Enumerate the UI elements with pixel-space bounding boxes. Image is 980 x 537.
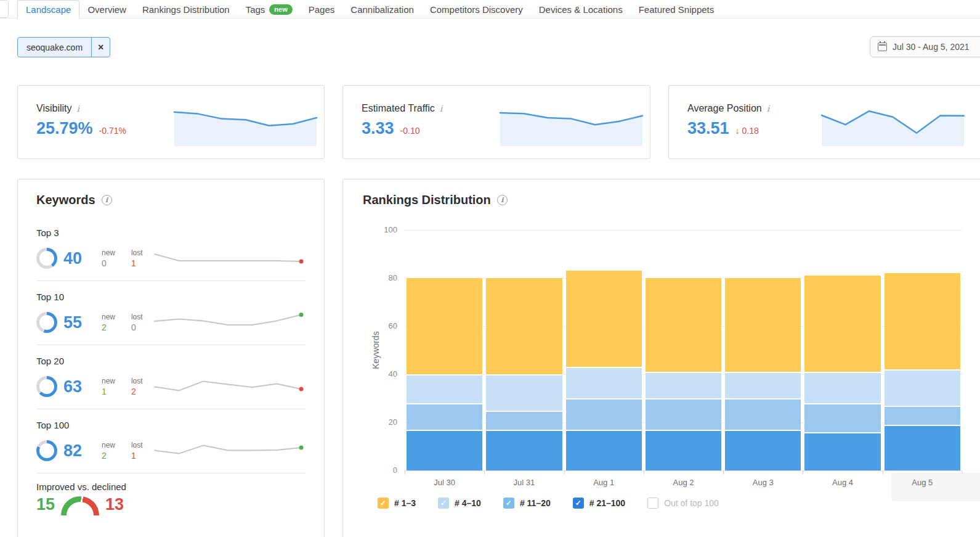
legend-label-11-20: # 11–20	[520, 498, 551, 508]
legend-checkbox-1-3[interactable]	[378, 498, 389, 509]
legend-item-1-3[interactable]: # 1–3	[378, 498, 416, 509]
date-range-picker[interactable]: Jul 30 - Aug 5, 2021	[870, 36, 980, 57]
y-tick-label-0: 0	[366, 465, 397, 475]
keywords-row-top100: Top 100 82 new2 lost1	[36, 412, 306, 473]
bar-jul31-segment-4–10[interactable]	[486, 374, 562, 411]
lost-label: lost	[131, 313, 152, 321]
top10-label: Top 10	[36, 292, 64, 302]
tab-featured-snippets[interactable]: Featured Snippets	[631, 1, 723, 19]
bar-jul30-segment-21–100[interactable]	[407, 430, 482, 470]
rankings-distribution-panel: Rankings Distribution i Keywords 0204060…	[342, 179, 980, 537]
bar-aug4-segment-1–3[interactable]	[804, 276, 880, 372]
legend-checkbox-21-100[interactable]	[573, 498, 584, 509]
legend-item-4-10[interactable]: # 4–10	[438, 498, 481, 509]
top100-donut-chart	[36, 440, 57, 461]
x-axis-tick	[484, 471, 485, 474]
rankings-plot: Keywords 020406080100Jul 30Jul 31Aug 1Au…	[405, 230, 962, 470]
bar-aug5-segment-11–20[interactable]	[885, 406, 960, 425]
average-position-value: 33.51	[687, 119, 729, 138]
average-position-title: Average Positioni	[687, 103, 769, 114]
bar-aug4-segment-4–10[interactable]	[804, 372, 880, 403]
x-axis-tick	[644, 471, 644, 474]
info-icon[interactable]: i	[102, 195, 112, 205]
bar-aug4-segment-11–20[interactable]	[804, 403, 880, 432]
average-position-title-label: Average Position	[687, 103, 762, 114]
x-axis-label-aug4: Aug 4	[803, 478, 882, 487]
top20-new-count: 1	[102, 387, 123, 396]
bar-aug3-segment-21–100[interactable]	[725, 430, 801, 470]
tab-tags[interactable]: Tagsnew	[238, 1, 301, 19]
top10-value: 55	[63, 313, 93, 332]
bar-aug2-segment-4–10[interactable]	[646, 372, 721, 398]
domain-filter-chip[interactable]: seoquake.com ×	[17, 37, 110, 57]
info-icon[interactable]: i	[440, 104, 442, 113]
bar-jul30-segment-11–20[interactable]	[407, 403, 482, 430]
info-icon[interactable]: i	[497, 195, 508, 205]
bar-jul31-segment-11–20[interactable]	[486, 411, 562, 430]
calendar-icon	[878, 43, 887, 51]
bar-aug1-segment-1–3[interactable]	[566, 271, 642, 367]
y-tick-label-20: 20	[366, 417, 397, 427]
improved-count: 15	[36, 495, 55, 514]
bar-aug1-segment-4–10[interactable]	[566, 367, 642, 398]
close-icon[interactable]: ×	[91, 38, 110, 57]
legend-checkbox-4-10[interactable]	[438, 498, 449, 509]
top20-lost-count: 2	[131, 387, 152, 396]
legend-item-21-100[interactable]: # 21–100	[573, 498, 625, 509]
y-tick-label-60: 60	[366, 321, 397, 330]
top3-value: 40	[63, 249, 93, 268]
lost-label: lost	[131, 248, 152, 257]
tab-pages[interactable]: Pages	[301, 1, 343, 19]
new-badge: new	[269, 4, 292, 15]
bar-aug3-segment-1–3[interactable]	[725, 278, 801, 372]
bar-aug5-segment-21–100[interactable]	[885, 425, 960, 470]
tab-rankings-distribution-label: Rankings Distribution	[142, 4, 230, 15]
tab-cannibalization-label: Cannibalization	[350, 4, 414, 15]
legend-checkbox-out-of-top-100[interactable]	[647, 498, 658, 509]
estimated-traffic-title-label: Estimated Traffic	[362, 103, 435, 114]
lost-label: lost	[131, 377, 152, 385]
rankings-title-label: Rankings Distribution	[363, 193, 491, 207]
rankings-distribution-title: Rankings Distribution i	[363, 193, 508, 207]
top3-sparkline	[152, 245, 306, 272]
bar-aug1-segment-21–100[interactable]	[566, 430, 642, 470]
bar-aug1-segment-11–20[interactable]	[566, 398, 642, 430]
x-axis-tick	[803, 471, 803, 474]
bar-jul30-segment-1–3[interactable]	[407, 278, 482, 374]
top3-new-count: 0	[102, 258, 123, 268]
legend-checkbox-11-20[interactable]	[503, 498, 514, 509]
bar-aug5-segment-1–3[interactable]	[885, 273, 960, 369]
legend-item-11-20[interactable]: # 11–20	[503, 498, 551, 509]
improved-vs-declined-label: Improved vs. declined	[36, 482, 126, 492]
info-icon[interactable]: i	[77, 104, 79, 113]
top20-sparkline	[152, 373, 306, 400]
bar-aug5-segment-4–10[interactable]	[885, 369, 960, 406]
bar-jul30-segment-4–10[interactable]	[407, 374, 482, 403]
tab-competitors-discovery[interactable]: Competitors Discovery	[422, 1, 531, 19]
tab-devices-locations[interactable]: Devices & Locations	[531, 1, 631, 19]
bar-jul31-segment-1–3[interactable]	[486, 278, 562, 374]
bar-aug2-segment-11–20[interactable]	[646, 398, 721, 430]
tab-overview-label: Overview	[87, 4, 126, 15]
bar-aug4-segment-21–100[interactable]	[804, 432, 880, 470]
bar-aug3-segment-11–20[interactable]	[725, 398, 801, 430]
tab-landscape[interactable]: Landscape	[17, 0, 79, 19]
tab-overview[interactable]: Overview	[79, 1, 134, 19]
legend-label-1-3: # 1–3	[394, 498, 416, 508]
tab-cannibalization[interactable]: Cannibalization	[342, 1, 422, 19]
tab-devices-locations-label: Devices & Locations	[539, 4, 623, 15]
tab-rankings-distribution[interactable]: Rankings Distribution	[134, 1, 238, 19]
info-icon[interactable]: i	[767, 104, 769, 113]
bar-aug3-segment-4–10[interactable]	[725, 372, 801, 398]
new-label: new	[102, 313, 123, 321]
tab-tags-label: Tags	[246, 4, 265, 15]
visibility-value: 25.79%	[36, 119, 93, 138]
bar-jul31-segment-21–100[interactable]	[486, 430, 562, 470]
legend-item-out-of-top-100[interactable]: Out of top 100	[647, 498, 719, 509]
bar-aug2-segment-1–3[interactable]	[646, 278, 721, 372]
legend-label-out-of-top-100: Out of top 100	[664, 498, 719, 508]
improved-declined-gauge	[61, 496, 99, 515]
legend-label-4-10: # 4–10	[455, 498, 481, 508]
bar-aug2-segment-21–100[interactable]	[646, 430, 721, 470]
x-axis-tick	[962, 471, 963, 474]
